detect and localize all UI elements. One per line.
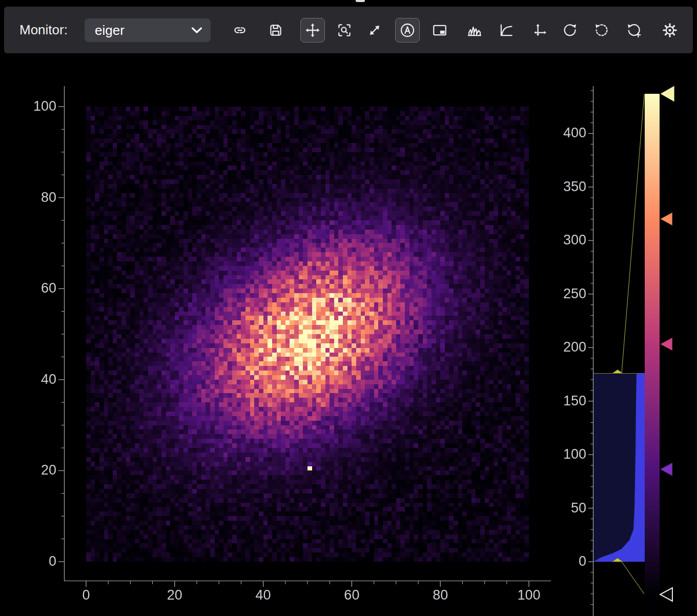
lut-tick-label: 50 [545,500,586,516]
gradient-bar[interactable] [645,94,660,616]
gradient-tick[interactable] [660,212,672,225]
y-tick-label: 0 [15,553,56,569]
lut-tick-label: 400 [545,125,586,141]
gradient-tick[interactable] [660,463,672,476]
gradient-tick[interactable] [660,86,674,102]
y-tick-label: 20 [15,462,56,478]
app-window: Monitor: eiger 0204060801000204060801000… [0,0,697,616]
gradient-tick[interactable] [660,588,672,601]
lut-connector-bottom [622,562,644,594]
y-tick-label: 80 [15,190,56,206]
lut-tick-label: 250 [545,286,586,302]
lut-connector-top [622,94,644,373]
y-tick-label: 100 [15,98,56,114]
x-tick-label: 20 [152,587,198,603]
lut-level-region[interactable] [593,373,645,562]
x-tick-label: 40 [240,587,286,603]
x-tick-label: 100 [506,587,552,603]
lut-tick-label: 350 [545,179,586,195]
lut-tick-label: 0 [545,553,586,569]
x-tick-label: 80 [417,587,463,603]
x-tick-label: 60 [329,587,375,603]
lut-tick-label: 100 [545,446,586,462]
lut-tick-label: 300 [545,232,586,248]
y-tick-label: 40 [15,372,56,387]
y-tick-label: 60 [15,280,56,296]
x-tick-label: 0 [63,587,109,603]
lut-tick-label: 150 [545,393,586,409]
heatmap-image[interactable] [86,107,529,562]
lut-tick-label: 200 [545,339,586,355]
plot-area: 0204060801000204060801000501001502002503… [0,0,697,616]
gradient-tick[interactable] [660,338,672,351]
